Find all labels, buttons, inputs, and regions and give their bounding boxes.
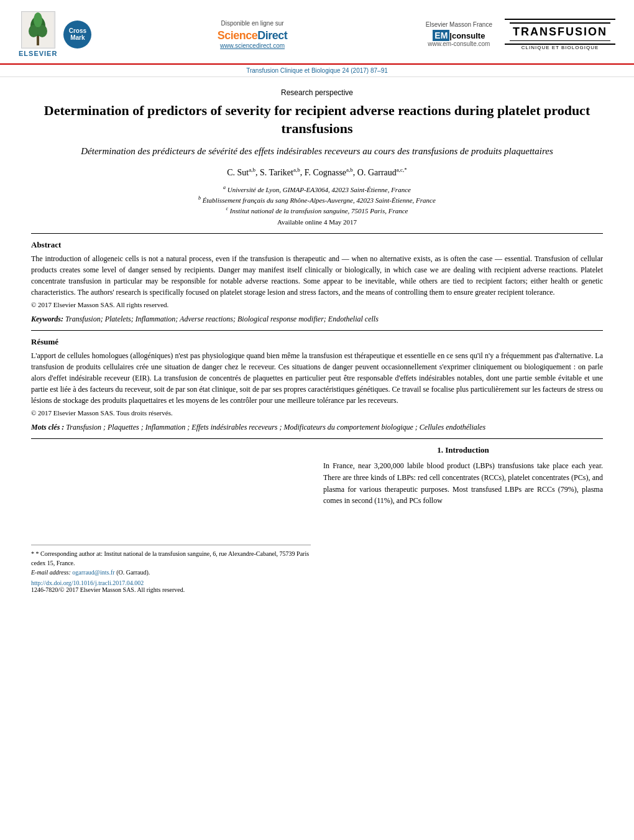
crossmark-logo: CrossMark <box>63 21 91 48</box>
affiliations: a Université de Lyon, GIMAP-EA3064, 4202… <box>31 184 603 216</box>
header-logos-left: ELSEVIER CrossMark <box>19 11 91 57</box>
email-address[interactable]: ogarraud@ints.fr <box>72 569 114 576</box>
journal-info-bar: Transfusion Clinique et Biologique 24 (2… <box>0 65 634 77</box>
svg-point-5 <box>34 12 42 27</box>
article-title-fr: Détermination des prédicteurs de sévérit… <box>31 145 603 158</box>
keywords-label-en: Keywords: <box>31 315 63 323</box>
abstract-heading: Abstract <box>31 240 603 250</box>
column-right: 1. Introduction In France, near 3,200,00… <box>323 445 603 593</box>
resume-copyright: © 2017 Elsevier Masson SAS. Tous droits … <box>31 409 603 417</box>
elsevier-logo: ELSEVIER <box>19 11 57 57</box>
header-em-consulte: Elsevier Masson France EM|consulte www.e… <box>413 21 505 47</box>
abstract-copyright: © 2017 Elsevier Masson SAS. All rights r… <box>31 301 603 308</box>
keywords-en: Keywords: Transfusion; Platelets; Inflam… <box>31 315 603 324</box>
em-consulte-url[interactable]: www.em-consulte.com <box>426 40 492 47</box>
keywords-values-fr: Transfusion ; Plaquettes ; Inflammation … <box>66 423 485 432</box>
sciencedirect-url[interactable]: www.sciencedirect.com <box>104 42 400 49</box>
consulte-span: |consulte <box>449 31 485 40</box>
article-title-en: Determination of predictors of severity … <box>31 102 603 137</box>
available-online: Available online 4 May 2017 <box>31 218 603 226</box>
header-transfusion-logo: TRANSFUSION CLINIQUE ET BIOLOGIQUE <box>505 19 615 50</box>
intro-text: In France, near 3,200,000 labile blood p… <box>323 460 603 506</box>
resume-text: L'apport de cellules homologues (allogén… <box>31 350 603 406</box>
footnote-star-text: * Corresponding author at: Institut nati… <box>31 550 309 566</box>
sciencedirect-logo: ScienceDirect <box>104 29 400 42</box>
affiliation-a: Université de Lyon, GIMAP-EA3064, 42023 … <box>227 186 411 193</box>
two-column-section: * * Corresponding author at: Institut na… <box>31 445 603 593</box>
resume-heading: Résumé <box>31 337 603 347</box>
keywords-fr: Mots clés : Transfusion ; Plaquettes ; I… <box>31 423 603 432</box>
elsevier-label: ELSEVIER <box>19 50 57 57</box>
em-span: EM <box>433 30 449 41</box>
intro-heading: 1. Introduction <box>323 445 603 455</box>
elsevier-tree-icon <box>21 11 55 48</box>
em-masson-label: Elsevier Masson France <box>426 21 492 28</box>
issn-text: 1246-7820/© 2017 Elsevier Masson SAS. Al… <box>31 586 311 593</box>
doi-link[interactable]: http://dx.doi.org/10.1016/j.tracli.2017.… <box>31 579 311 586</box>
email-name: (O. Garraud). <box>116 569 150 576</box>
keywords-values-en: Transfusion; Platelets; Inflammation; Ad… <box>65 315 379 323</box>
abstract-section: Abstract The introduction of allogeneic … <box>31 240 603 308</box>
header-center: Disponible en ligne sur ScienceDirect ww… <box>91 20 413 49</box>
email-label: E-mail address: <box>31 569 71 576</box>
resume-section: Résumé L'apport de cellules homologues (… <box>31 337 603 417</box>
affiliation-b: Établissement français du sang Rhône-Alp… <box>203 196 436 204</box>
disponible-label: Disponible en ligne sur <box>104 20 400 27</box>
divider-bottom <box>31 438 603 439</box>
em-consulte-logo: EM|consulte <box>426 30 492 40</box>
left-col-spacer <box>31 445 311 532</box>
journal-citation: Transfusion Clinique et Biologique 24 (2… <box>246 67 388 74</box>
star-symbol: * <box>31 550 36 557</box>
crossmark-text: CrossMark <box>69 27 86 41</box>
transfusion-title: TRANSFUSION <box>510 22 610 41</box>
divider-mid <box>31 330 603 331</box>
page: ELSEVIER CrossMark Disponible en ligne s… <box>0 0 634 840</box>
keywords-label-fr: Mots clés : <box>31 423 64 432</box>
abstract-text: The introduction of allogeneic cells is … <box>31 253 603 298</box>
footnote-email-line: E-mail address: ogarraud@ints.fr (O. Gar… <box>31 568 311 577</box>
affiliation-c: Institut national de la transfusion sang… <box>230 207 408 215</box>
header: ELSEVIER CrossMark Disponible en ligne s… <box>0 0 634 65</box>
footnote-star: * * Corresponding author at: Institut na… <box>31 549 311 568</box>
authors-line: C. Suta,b, S. Tariketa,b, F. Cognassea,b… <box>31 167 603 178</box>
footnote-area: * * Corresponding author at: Institut na… <box>31 545 311 593</box>
column-left: * * Corresponding author at: Institut na… <box>31 445 311 593</box>
transfusion-subtitle: CLINIQUE ET BIOLOGIQUE <box>505 45 615 50</box>
section-type: Research perspective <box>31 88 603 97</box>
divider-top <box>31 233 603 234</box>
main-content: Research perspective Determination of pr… <box>0 77 634 606</box>
